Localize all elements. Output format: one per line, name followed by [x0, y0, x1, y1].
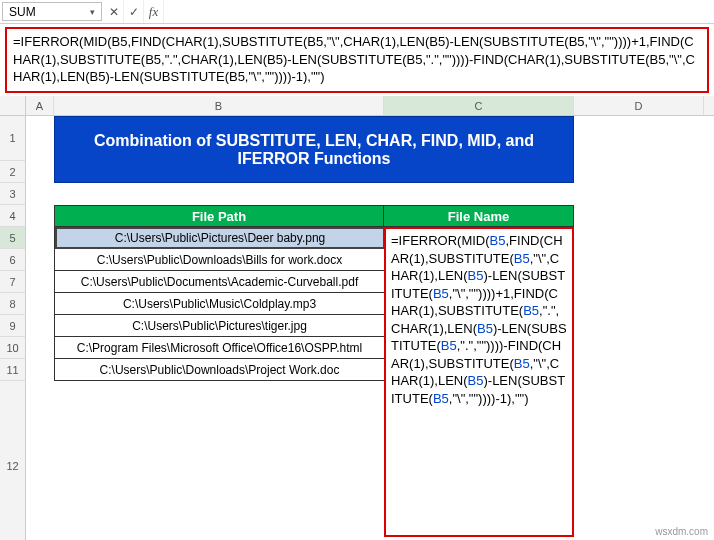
worksheet-grid: 1 2 3 4 5 6 7 8 9 10 11 12 Combination o… — [0, 116, 714, 540]
row-header-4[interactable]: 4 — [0, 205, 26, 227]
col-header-b[interactable]: B — [54, 96, 384, 115]
row-header-12[interactable]: 12 — [0, 381, 26, 540]
row-header-1[interactable]: 1 — [0, 116, 26, 161]
header-file-name: File Name — [384, 205, 574, 227]
cell-b10[interactable]: C:\Program Files\Microsoft Office\Office… — [55, 337, 385, 359]
title-banner: Combination of SUBSTITUTE, LEN, CHAR, FI… — [54, 116, 574, 183]
select-all-corner[interactable] — [0, 96, 26, 115]
cell-b5[interactable]: C:\Users\Public\Pictures\Deer baby.png — [55, 227, 385, 249]
formula-bar-text: =IFERROR(MID(B5,FIND(CHAR(1),SUBSTITUTE(… — [13, 34, 695, 84]
cell-b9[interactable]: C:\Users\Public\Pictures\tiger.jpg — [55, 315, 385, 337]
row-header-10[interactable]: 10 — [0, 337, 26, 359]
name-box-value: SUM — [9, 5, 36, 19]
row-header-2[interactable]: 2 — [0, 161, 26, 183]
row-header-11[interactable]: 11 — [0, 359, 26, 381]
top-toolbar: SUM ▾ ✕ ✓ fx — [0, 0, 714, 24]
cancel-icon[interactable]: ✕ — [104, 0, 124, 23]
row-header-3[interactable]: 3 — [0, 183, 26, 205]
fx-icon[interactable]: fx — [144, 0, 164, 23]
header-file-path: File Path — [54, 205, 384, 227]
col-header-c[interactable]: C — [384, 96, 574, 115]
title-text: Combination of SUBSTITUTE, LEN, CHAR, FI… — [70, 132, 558, 168]
col-header-d[interactable]: D — [574, 96, 704, 115]
row-header-9[interactable]: 9 — [0, 315, 26, 337]
table-header-row: File Path File Name — [54, 205, 574, 227]
row-header-5[interactable]: 5 — [0, 227, 26, 249]
column-headers: A B C D — [0, 96, 714, 116]
cell-b11[interactable]: C:\Users\Public\Downloads\Project Work.d… — [55, 359, 385, 381]
cell-b7[interactable]: C:\Users\Public\Documents\Academic-Curve… — [55, 271, 385, 293]
dropdown-icon[interactable]: ▾ — [90, 7, 95, 17]
col-header-a[interactable]: A — [26, 96, 54, 115]
watermark: wsxdm.com — [655, 526, 708, 537]
enter-icon[interactable]: ✓ — [124, 0, 144, 23]
row-header-7[interactable]: 7 — [0, 271, 26, 293]
row-headers: 1 2 3 4 5 6 7 8 9 10 11 12 — [0, 116, 26, 540]
cell-c5-formula-editing[interactable]: =IFERROR(MID(B5,FIND(CHAR(1),SUBSTITUTE(… — [384, 227, 574, 537]
cells-area[interactable]: Combination of SUBSTITUTE, LEN, CHAR, FI… — [26, 116, 714, 540]
formula-bar[interactable]: =IFERROR(MID(B5,FIND(CHAR(1),SUBSTITUTE(… — [5, 27, 709, 93]
cell-b8[interactable]: C:\Users\Public\Music\Coldplay.mp3 — [55, 293, 385, 315]
cell-b6[interactable]: C:\Users\Public\Downloads\Bills for work… — [55, 249, 385, 271]
row-header-8[interactable]: 8 — [0, 293, 26, 315]
row-header-6[interactable]: 6 — [0, 249, 26, 271]
name-box[interactable]: SUM ▾ — [2, 2, 102, 21]
